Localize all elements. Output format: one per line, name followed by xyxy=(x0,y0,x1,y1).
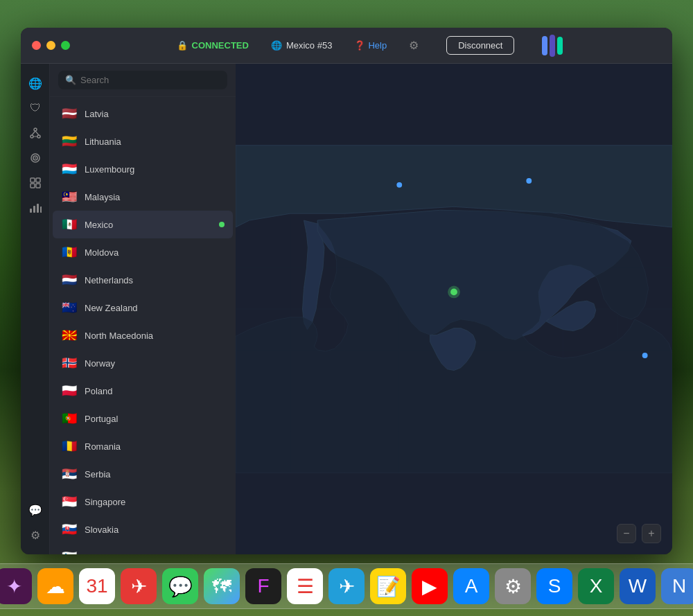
zoom-out-button[interactable]: − xyxy=(617,524,636,543)
titlebar-settings-icon[interactable]: ⚙ xyxy=(409,39,419,52)
country-item[interactable]: 🇳🇴Norway xyxy=(53,349,233,377)
search-input[interactable] xyxy=(80,75,220,85)
country-item[interactable]: 🇱🇻Latvia xyxy=(53,100,233,127)
dock-app-reminders[interactable]: ☰ xyxy=(287,568,323,604)
country-item[interactable]: 🇷🇴Romania xyxy=(53,432,233,460)
dock-app-calendar[interactable]: 31 xyxy=(79,568,115,604)
dock-app-figma[interactable]: F xyxy=(245,568,281,604)
country-name: Romania xyxy=(85,441,225,452)
country-item[interactable]: 🇳🇿New Zealand xyxy=(53,294,233,322)
dock-app-excel[interactable]: X xyxy=(578,568,614,604)
country-item[interactable]: 🇷🇸Serbia xyxy=(53,460,233,488)
sidebar-item-features[interactable] xyxy=(24,172,46,194)
country-item[interactable]: 🇳🇱Netherlands xyxy=(53,266,233,294)
country-name: Netherlands xyxy=(85,275,225,285)
zoom-in-button[interactable]: + xyxy=(642,524,661,543)
country-flag: 🇷🇸 xyxy=(61,466,78,482)
country-item[interactable]: 🇲🇾Malaysia xyxy=(53,183,233,211)
country-name: New Zealand xyxy=(85,303,225,313)
country-item[interactable]: 🇸🇰Slovakia xyxy=(53,516,233,543)
country-name: Malaysia xyxy=(85,192,225,202)
dock-app-appstore[interactable]: A xyxy=(453,568,489,604)
country-name: Luxembourg xyxy=(85,164,225,175)
country-flag: 🇳🇱 xyxy=(61,272,78,288)
svg-point-34 xyxy=(396,182,402,188)
disconnect-button[interactable]: Disconnect xyxy=(446,36,514,55)
country-name: Poland xyxy=(85,386,225,396)
dock-app-stickies[interactable]: S xyxy=(536,568,572,604)
sidebar-item-shield[interactable]: 🛡 xyxy=(24,97,46,119)
country-item[interactable]: 🇲🇩Moldova xyxy=(53,238,233,266)
svg-rect-10 xyxy=(36,178,40,182)
help-button[interactable]: ❓ Help xyxy=(354,40,387,51)
dock-app-notes[interactable]: 📝 xyxy=(370,568,406,604)
country-name: Serbia xyxy=(85,469,225,479)
country-item[interactable]: 🇸🇮Slovenia xyxy=(53,543,233,554)
dock-app-maps[interactable]: 🗺 xyxy=(204,568,240,604)
country-item[interactable]: 🇱🇹Lithuania xyxy=(53,127,233,155)
sidebar-item-support[interactable]: 💬 xyxy=(24,499,46,521)
close-button[interactable] xyxy=(32,41,41,50)
country-flag: 🇱🇺 xyxy=(61,161,78,177)
svg-rect-12 xyxy=(36,184,40,188)
sidebar-item-statistics[interactable] xyxy=(24,197,46,219)
svg-rect-15 xyxy=(37,204,39,213)
sidebar-item-settings[interactable]: ⚙ xyxy=(24,524,46,546)
country-list: 🇱🇻Latvia🇱🇹Lithuania🇱🇺Luxembourg🇲🇾Malaysi… xyxy=(50,97,236,554)
country-flag: 🇲🇾 xyxy=(61,188,78,205)
map-area: − + xyxy=(236,64,672,554)
country-flag: 🇲🇽 xyxy=(61,216,78,233)
dock-app-telegram[interactable]: ✈ xyxy=(328,568,365,604)
dock-app-airmail[interactable]: ✈ xyxy=(121,568,157,604)
country-flag: 🇵🇱 xyxy=(61,382,78,399)
country-item[interactable]: 🇵🇹Portugal xyxy=(53,405,233,432)
dock-app-youtube[interactable]: ▶ xyxy=(412,568,448,604)
search-input-wrapper[interactable]: 🔍 xyxy=(58,71,227,89)
country-flag: 🇸🇰 xyxy=(61,521,78,538)
country-name: Moldova xyxy=(85,247,225,258)
dock-app-system-prefs[interactable]: ⚙ xyxy=(495,568,531,604)
country-name: Mexico xyxy=(85,220,212,230)
country-flag: 🇵🇹 xyxy=(61,410,78,427)
connected-indicator xyxy=(219,222,225,227)
connection-status: 🔒 CONNECTED xyxy=(177,40,249,51)
svg-rect-16 xyxy=(40,206,42,213)
sidebar-item-threatprotection[interactable] xyxy=(24,147,46,169)
dock-app-messages[interactable]: 💬 xyxy=(162,568,198,604)
country-item[interactable]: 🇲🇽Mexico xyxy=(53,211,233,238)
country-flag: 🇲🇩 xyxy=(61,244,78,261)
svg-point-2 xyxy=(37,135,40,138)
traffic-lights xyxy=(32,41,70,50)
app-window: 🔒 CONNECTED 🌐 Mexico #53 ❓ Help ⚙ Discon… xyxy=(21,28,672,554)
help-label: Help xyxy=(368,40,387,51)
sidebar-icons: 🌐 🛡 xyxy=(21,64,50,554)
country-flag: 🇱🇹 xyxy=(61,133,78,150)
country-item[interactable]: 🇸🇬Singapore xyxy=(53,488,233,516)
country-item[interactable]: 🇲🇰North Macedonia xyxy=(53,322,233,349)
search-bar: 🔍 xyxy=(50,64,236,97)
dock: ✦☁31✈💬🗺F☰✈📝▶A⚙SXWN xyxy=(0,563,693,609)
country-flag: 🇲🇰 xyxy=(61,327,78,344)
country-name: Lithuania xyxy=(85,137,225,147)
search-icon: 🔍 xyxy=(65,75,76,85)
sidebar-item-meshnet[interactable] xyxy=(24,122,46,144)
country-flag: 🇸🇮 xyxy=(61,549,78,554)
svg-rect-11 xyxy=(30,184,35,188)
sidebar-item-globe[interactable]: 🌐 xyxy=(24,72,46,94)
country-flag: 🇳🇿 xyxy=(61,299,78,316)
maximize-button[interactable] xyxy=(61,41,70,50)
country-list-panel: 🔍 🇱🇻Latvia🇱🇹Lithuania🇱🇺Luxembourg🇲🇾Malay… xyxy=(50,64,236,554)
country-item[interactable]: 🇵🇱Poland xyxy=(53,377,233,405)
dock-app-aws[interactable]: ☁ xyxy=(37,568,73,604)
country-name: Singapore xyxy=(85,497,225,507)
country-name: North Macedonia xyxy=(85,331,225,341)
server-name: Mexico #53 xyxy=(286,40,332,51)
dock-app-slack[interactable]: ✦ xyxy=(0,568,32,604)
svg-point-33 xyxy=(448,286,460,299)
minimize-button[interactable] xyxy=(46,41,55,50)
globe-icon: 🌐 xyxy=(271,40,282,51)
svg-point-35 xyxy=(526,178,532,184)
dock-app-word[interactable]: W xyxy=(620,568,656,604)
dock-app-nordvpn[interactable]: N xyxy=(661,568,693,604)
country-item[interactable]: 🇱🇺Luxembourg xyxy=(53,155,233,183)
